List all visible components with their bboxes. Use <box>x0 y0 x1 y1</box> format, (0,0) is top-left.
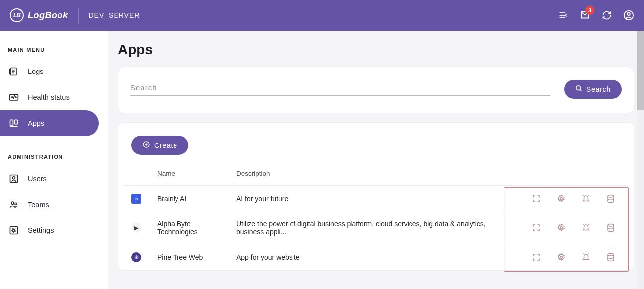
search-icon <box>575 85 583 94</box>
gear-icon[interactable] <box>556 252 566 262</box>
search-input[interactable] <box>130 83 550 92</box>
users-icon <box>9 174 19 184</box>
settings-icon <box>9 225 19 235</box>
gear-icon[interactable] <box>556 223 566 233</box>
col-header-name: Name <box>149 161 229 186</box>
sidebar-item-label: Health status <box>28 93 70 101</box>
account-icon[interactable] <box>623 10 634 21</box>
server-name: DEV_SERVER <box>79 11 140 19</box>
app-description: App for your website <box>229 244 500 271</box>
sidebar-item-users[interactable]: Users <box>0 166 108 192</box>
database-icon[interactable] <box>606 252 616 262</box>
svg-line-21 <box>580 89 581 91</box>
scrollbar-thumb[interactable] <box>637 31 644 110</box>
expand-icon[interactable] <box>531 194 541 204</box>
table-row[interactable]: in Brainly AI AI for your future <box>123 186 629 212</box>
sidebar-item-settings[interactable]: Settings <box>0 217 108 243</box>
app-name: Alpha Byte Technologies <box>149 212 229 244</box>
refresh-icon[interactable] <box>601 10 612 21</box>
apps-table: Name Description in Brainly AI AI for yo… <box>123 161 629 270</box>
sidebar-heading-admin: ADMINISTRATION <box>0 150 108 166</box>
notification-badge: 3 <box>585 6 594 15</box>
sidebar-item-health[interactable]: Health status <box>0 84 108 110</box>
svg-point-26 <box>608 195 614 198</box>
sidebar-item-label: Teams <box>28 201 49 209</box>
bell-icon[interactable] <box>581 252 591 262</box>
sidebar-item-label: Settings <box>28 226 54 234</box>
svg-point-19 <box>13 229 15 231</box>
database-icon[interactable] <box>606 223 616 233</box>
app-name: Brainly AI <box>149 186 229 212</box>
menu-collapse-icon[interactable] <box>558 10 569 21</box>
sidebar-item-label: Users <box>28 175 47 183</box>
svg-point-15 <box>13 177 15 179</box>
col-header-description: Description <box>229 161 500 186</box>
app-header: LB LogBook DEV_SERVER 3 <box>0 0 644 31</box>
search-input-wrap <box>130 83 550 96</box>
bell-icon[interactable] <box>581 194 591 204</box>
inbox-icon[interactable]: 3 <box>580 10 590 21</box>
app-name: Pine Tree Web <box>149 244 229 271</box>
svg-point-20 <box>576 86 581 90</box>
svg-point-30 <box>608 254 614 256</box>
svg-point-4 <box>627 13 630 16</box>
create-button-label: Create <box>154 142 177 149</box>
table-row[interactable]: ✳ Pine Tree Web App for your website <box>123 244 629 271</box>
app-avatar-icon: ✳ <box>131 252 141 262</box>
plus-circle-icon <box>142 141 150 150</box>
svg-point-25 <box>560 198 563 200</box>
header-actions: 3 <box>558 10 634 21</box>
expand-icon[interactable] <box>531 252 541 262</box>
svg-rect-11 <box>10 120 13 126</box>
app-description: Utilize the power of digital business pl… <box>229 212 500 244</box>
scrollbar[interactable] <box>637 31 644 289</box>
gear-icon[interactable] <box>556 194 566 204</box>
apps-table-card: Create Name Description in Brainly AI <box>118 122 634 271</box>
page-title: Apps <box>118 42 634 58</box>
svg-point-17 <box>15 203 17 205</box>
svg-point-16 <box>11 202 14 204</box>
create-button[interactable]: Create <box>131 136 188 155</box>
main-content: Apps Search Crea <box>108 31 644 289</box>
logo-icon: LB <box>10 8 24 22</box>
app-avatar-icon: in <box>131 194 141 204</box>
search-button-label: Search <box>586 85 611 93</box>
database-icon[interactable] <box>606 194 616 204</box>
expand-icon[interactable] <box>531 223 541 233</box>
logs-icon <box>9 67 19 76</box>
svg-rect-18 <box>10 227 18 234</box>
table-row[interactable]: ▶ Alpha Byte Technologies Utilize the po… <box>123 212 629 244</box>
svg-point-27 <box>560 227 563 229</box>
sidebar: MAIN MENU Logs Health status Apps ADMINI… <box>0 31 108 289</box>
logo-text: LogBook <box>28 10 68 21</box>
svg-point-28 <box>608 224 614 227</box>
sidebar-item-logs[interactable]: Logs <box>0 59 108 84</box>
app-avatar-icon: ▶ <box>131 223 141 233</box>
sidebar-item-teams[interactable]: Teams <box>0 192 108 217</box>
sidebar-item-label: Logs <box>28 68 43 75</box>
sidebar-item-apps[interactable]: Apps <box>0 110 99 136</box>
svg-rect-12 <box>15 120 18 124</box>
bell-icon[interactable] <box>581 223 591 233</box>
app-description: AI for your future <box>229 186 500 212</box>
sidebar-item-label: Apps <box>28 119 44 127</box>
search-button[interactable]: Search <box>564 80 622 99</box>
health-icon <box>9 92 19 102</box>
teams-icon <box>9 200 19 210</box>
search-card: Search <box>118 67 634 113</box>
sidebar-heading-main: MAIN MENU <box>0 43 108 59</box>
apps-icon <box>9 118 19 128</box>
svg-point-29 <box>560 256 563 259</box>
logo[interactable]: LB LogBook <box>10 7 79 23</box>
